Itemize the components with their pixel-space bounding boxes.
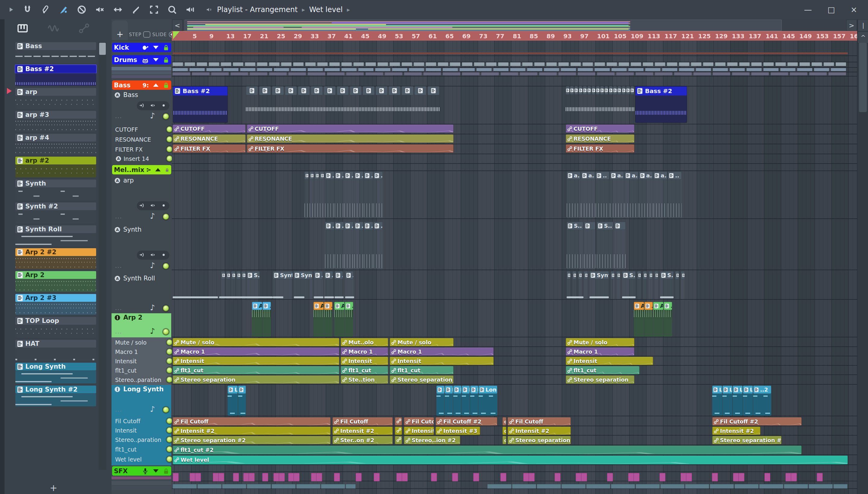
pattern-clip[interactable]: ..h (344, 222, 353, 269)
automation-clip-cutoff[interactable]: CUTOFF (247, 125, 454, 133)
sfx-clip[interactable] (431, 473, 437, 481)
record-arm-icon[interactable] (161, 203, 167, 209)
pattern-clip[interactable]: ..p (364, 171, 373, 218)
collapse-up-icon[interactable] (155, 168, 161, 171)
pattern-tile-clip[interactable] (609, 86, 613, 95)
track-more-dots[interactable]: ... (115, 213, 122, 220)
sfx-clip[interactable] (288, 473, 294, 481)
sfx-bar-clip[interactable] (198, 484, 222, 489)
pattern-item-label[interactable]: Arp 2 #3 (15, 294, 96, 302)
pattern-item[interactable]: arp #3 (15, 111, 96, 132)
pattern-clip-arp2[interactable]: A.. (334, 302, 345, 337)
pattern-item-label[interactable]: Synth (15, 179, 96, 187)
pattern-item[interactable]: Bass #2 (15, 65, 96, 86)
mute-tool-icon[interactable] (95, 4, 105, 15)
navigator-scroll-right-button[interactable]: > (846, 20, 857, 31)
pattern-item-label[interactable]: HAT (15, 340, 96, 348)
navigator-scroll-left-button[interactable]: < (172, 20, 183, 31)
automation-track-row[interactable]: Mute / solo (112, 338, 176, 346)
automation-track-row[interactable]: flt1_cut (112, 366, 176, 375)
pattern-clip[interactable]: ..h (364, 222, 373, 269)
automation-track-row[interactable]: AInsert 14 (112, 154, 176, 163)
pattern-clip[interactable]: a.. (610, 171, 624, 218)
pattern-clip[interactable]: .. (345, 271, 353, 299)
note-icon[interactable]: ♪ (150, 211, 155, 221)
pattern-clip[interactable]: ..h (335, 222, 344, 269)
close-button[interactable]: × (851, 5, 857, 14)
automation-clip-flt1cut2[interactable]: flt1_cut #2 (173, 445, 802, 455)
pattern-tile-clip[interactable] (622, 86, 626, 95)
pattern-clip-arp2[interactable]: A.. (653, 302, 663, 337)
sfx-clip[interactable] (279, 473, 285, 481)
sfx-bar-clip[interactable] (296, 484, 320, 489)
sfx-bar-clip[interactable] (809, 484, 833, 489)
sfx-clip[interactable] (243, 473, 249, 481)
automation-clip-filcutoff[interactable]: Fil Cutoff #2 (712, 417, 802, 425)
automation-track-row[interactable]: CUTOFF (112, 125, 176, 133)
automation-clip-filterfx[interactable]: FILTER FX (247, 144, 454, 153)
pattern-clip[interactable]: S.. (597, 222, 613, 269)
pattern-clip[interactable] (304, 171, 309, 218)
pattern-item[interactable]: Arp 2 (15, 271, 96, 292)
automation-clip-intensit[interactable]: Intensit (173, 357, 339, 365)
pattern-clip[interactable] (654, 271, 658, 299)
automation-track-row[interactable]: Macro 1 (112, 348, 176, 356)
pattern-clip[interactable] (572, 271, 576, 299)
sfx-bar-clip[interactable] (512, 484, 536, 489)
automation-clip-filcutoff[interactable]: Fil Cutoff #2 (436, 417, 497, 425)
track-more-dots[interactable]: ... (115, 328, 122, 335)
record-arm-icon[interactable] (161, 252, 167, 259)
automation-track-row[interactable]: flt1_cut (112, 445, 176, 453)
automation-clip-macro1[interactable]: Macro 1 (566, 347, 634, 356)
pattern-clip-longsynth[interactable]: L.. (437, 385, 445, 416)
track-name-row[interactable]: Aarp (112, 176, 174, 185)
pattern-clip-longsynth[interactable]: L.. (722, 385, 732, 416)
track-name-row[interactable]: Arp 2 (112, 313, 171, 322)
sfx-bar-clip[interactable] (173, 484, 197, 489)
pattern-clip[interactable]: a.. (639, 171, 653, 218)
pattern-clip[interactable]: ..p (344, 171, 353, 218)
automation-clip-resonance[interactable]: RESONANCE (173, 134, 246, 143)
pattern-clip-longsynth[interactable]: L.. (445, 385, 453, 416)
track-enable-led[interactable] (163, 113, 169, 119)
collapse-down-icon[interactable] (153, 469, 159, 473)
sfx-clip[interactable] (607, 473, 613, 481)
pattern-item[interactable]: Long Synth (15, 363, 96, 383)
audio-wave-icon[interactable] (47, 22, 59, 34)
pattern-clip-longsynth[interactable]: Lon..h #2 (479, 385, 497, 416)
sfx-clip[interactable] (764, 473, 770, 481)
pattern-tile-clip[interactable] (246, 86, 258, 95)
selected-arrangement-item[interactable]: Wet level (309, 5, 343, 14)
automation-track-row[interactable]: FILTER FX (112, 145, 176, 153)
automation-clip-stereosep[interactable]: Stereo separation (566, 375, 634, 384)
pattern-clip[interactable]: .. (335, 271, 343, 299)
automation-clip-stereosep2[interactable]: Stereo separation #2 (712, 436, 781, 444)
automation-clip-stereosep[interactable]: Stereo separation (390, 375, 454, 384)
lock-icon[interactable] (165, 166, 169, 173)
note-icon[interactable]: ♪ (150, 303, 155, 312)
pattern-clip-longsynth[interactable]: L.. (470, 385, 478, 416)
track-group-header-bass[interactable]: Bass9: (112, 80, 171, 90)
pattern-item-label[interactable]: Long Synth (15, 363, 96, 370)
pattern-item-label[interactable]: arp #2 (15, 157, 96, 165)
arrangement-navigator[interactable]: < > (172, 19, 857, 31)
sfx-bar-clip[interactable] (611, 484, 635, 489)
automation-link-icon[interactable] (78, 22, 90, 34)
track-group-header-drums[interactable]: Drums (112, 55, 171, 64)
automation-clip-intensit2[interactable] (502, 426, 506, 435)
pattern-item[interactable]: Arp 2 #3 (15, 294, 96, 315)
sfx-clip[interactable] (452, 473, 458, 481)
pattern-clip[interactable] (567, 271, 571, 299)
pattern-item[interactable]: Synth (15, 179, 96, 200)
automation-clip-stereosep[interactable]: Ste..tion (340, 375, 388, 384)
paint-brush-icon[interactable] (58, 4, 69, 15)
pattern-clip[interactable] (643, 271, 647, 299)
playback-tool-icon[interactable] (185, 4, 195, 15)
automation-clip-intensit[interactable]: Intensit (566, 357, 653, 365)
input-routing-icon[interactable] (139, 252, 146, 259)
pattern-tile-clip[interactable] (596, 86, 600, 95)
piano-keys-icon[interactable] (158, 21, 167, 30)
track-enable-led[interactable] (163, 407, 169, 413)
automation-track-row[interactable]: Stereo..paration (112, 436, 176, 444)
pattern-item-label[interactable]: Synth Roll (15, 225, 96, 233)
